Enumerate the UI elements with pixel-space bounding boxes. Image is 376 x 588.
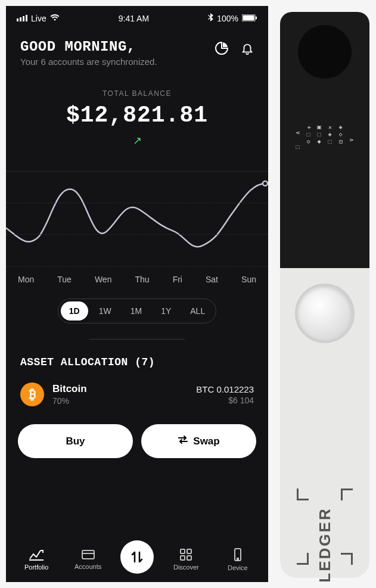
buy-label: Buy: [66, 435, 85, 447]
svg-rect-2: [256, 16, 257, 19]
svg-rect-1: [243, 15, 254, 20]
wifi-icon: [50, 14, 60, 23]
status-bar: Live 9:41 AM 100%: [6, 6, 268, 28]
svg-rect-5: [181, 549, 185, 553]
balance-amount: $12,821.81: [6, 102, 268, 128]
phone-screen: Live 9:41 AM 100% GOOD MORNING, Your 6 a…: [6, 6, 268, 582]
svg-rect-10: [237, 558, 238, 559]
asset-name: Bitcoin: [52, 383, 196, 395]
swap-icon: [178, 435, 188, 447]
pie-chart-icon[interactable]: [215, 41, 229, 58]
subgreeting: Your 6 accounts are synchronized.: [20, 57, 157, 67]
asset-amount: BTC 0.012223: [196, 384, 254, 394]
bracket-icon: [297, 489, 309, 500]
battery-pct: 100%: [217, 14, 238, 23]
swap-button[interactable]: Swap: [141, 424, 256, 458]
chart-label: Wen: [95, 275, 112, 284]
balance-chart[interactable]: [6, 171, 268, 266]
bracket-icon: [297, 553, 309, 565]
chart-label: Sat: [206, 275, 218, 284]
svg-rect-7: [181, 556, 185, 560]
swap-label: Swap: [193, 435, 219, 447]
chart-label: Thu: [135, 275, 149, 284]
chart-label: Mon: [18, 275, 34, 284]
tab-label: Device: [228, 564, 248, 571]
range-all[interactable]: ALL: [182, 301, 213, 321]
chart-x-labels: Mon Tue Wen Thu Fri Sat Sun: [6, 266, 268, 284]
tab-accounts[interactable]: Accounts: [69, 549, 107, 570]
range-selector: 1D 1W 1M 1Y ALL: [6, 298, 268, 323]
device-body: LEDGER: [280, 268, 369, 578]
tab-portfolio[interactable]: Portfolio: [17, 548, 55, 571]
bitcoin-icon: ₿: [20, 382, 44, 406]
svg-rect-6: [187, 549, 191, 553]
greeting: GOOD MORNING,: [20, 39, 157, 55]
battery-icon: [242, 14, 257, 23]
device-top-button: [298, 25, 352, 79]
tab-bar: Portfolio Accounts Discover Device: [6, 539, 268, 582]
tab-label: Discover: [173, 564, 199, 571]
bracket-icon: [341, 553, 353, 565]
chart-label: Fri: [173, 275, 182, 284]
tab-label: Portfolio: [24, 564, 48, 571]
buy-button[interactable]: Buy: [18, 424, 133, 458]
tab-device[interactable]: Device: [219, 547, 257, 571]
range-1w[interactable]: 1W: [91, 301, 120, 321]
bracket-icon: [341, 489, 353, 500]
range-1y[interactable]: 1Y: [153, 301, 179, 321]
asset-value: $6 104: [196, 396, 254, 405]
device-screen-section: ∧ ◈ ◇ ⊡ ✕ ◈ ⬚ ▣ ⬚ ◆ + ⬚ ◇ ∨ ⬚: [280, 12, 369, 268]
allocation-title: ASSET ALLOCATION (7): [6, 340, 268, 378]
asset-pct: 70%: [52, 396, 196, 406]
header: GOOD MORNING, Your 6 accounts are synchr…: [6, 28, 268, 71]
asset-row-bitcoin[interactable]: ₿ Bitcoin 70% BTC 0.012223 $6 104: [6, 378, 268, 411]
device-display: ∧ ◈ ◇ ⊡ ✕ ◈ ⬚ ▣ ⬚ ◆ + ⬚ ◇ ∨ ⬚: [293, 120, 357, 149]
ledger-device: ∧ ◈ ◇ ⊡ ✕ ◈ ⬚ ▣ ⬚ ◆ + ⬚ ◇ ∨ ⬚ LEDGER: [280, 12, 369, 582]
device-brand-label: LEDGER: [316, 507, 334, 582]
svg-rect-8: [187, 556, 191, 560]
bluetooth-icon: [208, 13, 213, 23]
tab-transfer[interactable]: [120, 540, 154, 574]
trend-up-icon: ↗: [6, 134, 268, 147]
clock: 9:41 AM: [119, 14, 149, 23]
bell-icon[interactable]: [241, 42, 254, 57]
carrier-label: Live: [31, 14, 46, 23]
signal-icon: [17, 15, 27, 21]
svg-rect-4: [82, 550, 94, 559]
chart-label: Sun: [241, 275, 256, 284]
range-1m[interactable]: 1M: [122, 301, 150, 321]
svg-point-3: [263, 181, 268, 186]
device-main-button: [295, 284, 355, 343]
chart-label: Tue: [57, 275, 72, 284]
balance-label: TOTAL BALANCE: [6, 89, 268, 98]
tab-discover[interactable]: Discover: [167, 548, 205, 571]
tab-label: Accounts: [74, 563, 101, 570]
range-1d[interactable]: 1D: [61, 301, 88, 321]
